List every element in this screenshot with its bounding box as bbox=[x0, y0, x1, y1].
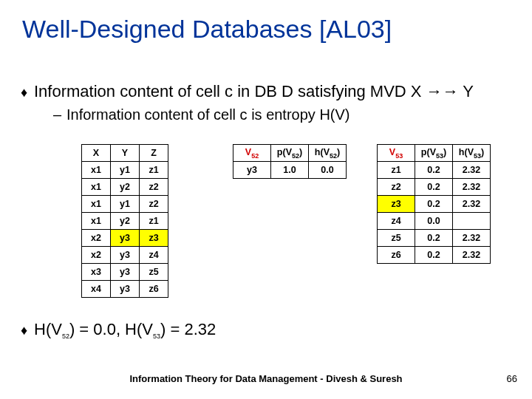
table-row: x1y1z1 bbox=[82, 162, 168, 179]
cell: 0.2 bbox=[415, 247, 453, 264]
cell: 2.32 bbox=[453, 162, 491, 179]
cell: x4 bbox=[82, 281, 111, 298]
cell: x1 bbox=[82, 179, 111, 196]
cell: z1 bbox=[140, 213, 168, 230]
summary-text: H(V52) = 0.0, H(V53) = 2.32 bbox=[34, 319, 532, 341]
slide-title: Well-Designed Databases [AL03] bbox=[22, 15, 392, 44]
cell bbox=[453, 213, 491, 230]
cell: z2 bbox=[140, 196, 168, 213]
table-row: z50.22.32 bbox=[378, 230, 491, 247]
table-row: x1y1z2 bbox=[82, 196, 168, 213]
cell: x1 bbox=[82, 196, 111, 213]
cell: z5 bbox=[140, 264, 168, 281]
cell: 0.2 bbox=[415, 162, 453, 179]
cell: y3 bbox=[111, 281, 140, 298]
table-row: z10.22.32 bbox=[378, 162, 491, 179]
cell: z3 bbox=[378, 196, 415, 213]
cell: z3 bbox=[140, 230, 168, 247]
table-row: z30.22.32 bbox=[378, 196, 491, 213]
sub-bullet-text: Information content of cell c is entropy… bbox=[66, 106, 350, 123]
table-header-row: V53p(V53)h(V53) bbox=[378, 145, 491, 162]
cell: 0.2 bbox=[415, 196, 453, 213]
slide: Well-Designed Databases [AL03] ♦ Informa… bbox=[0, 0, 532, 399]
cell: y2 bbox=[111, 213, 140, 230]
table-row: z40.0 bbox=[378, 213, 491, 230]
bullet-main: ♦ Information content of cell c in DB D … bbox=[0, 81, 532, 102]
page-number: 66 bbox=[507, 373, 517, 384]
table-header-row: XYZ bbox=[82, 145, 168, 162]
cell: 2.32 bbox=[453, 247, 491, 264]
sub-bullet: – Information content of cell c is entro… bbox=[0, 106, 532, 123]
bullet-main-text: Information content of cell c in DB D sa… bbox=[34, 81, 532, 102]
cell: 2.32 bbox=[453, 179, 491, 196]
col-header: p(V53) bbox=[415, 145, 453, 162]
table-row: x2y3z3 bbox=[82, 230, 168, 247]
cell: y3 bbox=[111, 247, 140, 264]
cell: y3 bbox=[111, 230, 140, 247]
cell: y2 bbox=[111, 179, 140, 196]
cell: 2.32 bbox=[453, 196, 491, 213]
cell: 0.2 bbox=[415, 179, 453, 196]
cell: x3 bbox=[82, 264, 111, 281]
table-row: x2y3z4 bbox=[82, 247, 168, 264]
col-header: Y bbox=[111, 145, 140, 162]
summary-bullet: ♦ H(V52) = 0.0, H(V53) = 2.32 bbox=[0, 319, 532, 341]
table-row: x1y2z1 bbox=[82, 213, 168, 230]
cell: 0.0 bbox=[309, 162, 347, 179]
table-row: z20.22.32 bbox=[378, 179, 491, 196]
cell: 2.32 bbox=[453, 230, 491, 247]
content-area: ♦ Information content of cell c in DB D … bbox=[0, 81, 532, 123]
table-row: x3y3z5 bbox=[82, 264, 168, 281]
cell: 1.0 bbox=[271, 162, 309, 179]
cell: z6 bbox=[378, 247, 415, 264]
table-header-row: V52p(V52)h(V52) bbox=[233, 145, 347, 162]
table-relation: XYZx1y1z1x1y2z2x1y1z2x1y2z1x2y3z3x2y3z4x… bbox=[81, 144, 168, 298]
col-header: Z bbox=[140, 145, 168, 162]
cell: x2 bbox=[82, 247, 111, 264]
cell: z2 bbox=[378, 179, 415, 196]
cell: z1 bbox=[140, 162, 168, 179]
cell: x1 bbox=[82, 162, 111, 179]
cell: x2 bbox=[82, 230, 111, 247]
col-header: h(V52) bbox=[309, 145, 347, 162]
table-row: y31.00.0 bbox=[233, 162, 347, 179]
cell: z4 bbox=[378, 213, 415, 230]
table-v53: V53p(V53)h(V53)z10.22.32z20.22.32z30.22.… bbox=[377, 144, 491, 264]
table-v52: V52p(V52)h(V52)y31.00.0 bbox=[233, 144, 347, 179]
cell: y1 bbox=[111, 162, 140, 179]
diamond-icon: ♦ bbox=[21, 84, 34, 101]
col-header: X bbox=[82, 145, 111, 162]
cell: z6 bbox=[140, 281, 168, 298]
cell: z1 bbox=[378, 162, 415, 179]
cell: z2 bbox=[140, 179, 168, 196]
col-header: V52 bbox=[233, 145, 271, 162]
cell: 0.0 bbox=[415, 213, 453, 230]
cell: x1 bbox=[82, 213, 111, 230]
cell: y3 bbox=[233, 162, 271, 179]
col-header: V53 bbox=[378, 145, 415, 162]
col-header: h(V53) bbox=[453, 145, 491, 162]
cell: 0.2 bbox=[415, 230, 453, 247]
cell: y3 bbox=[111, 264, 140, 281]
col-header: p(V52) bbox=[271, 145, 309, 162]
table-row: x1y2z2 bbox=[82, 179, 168, 196]
cell: z5 bbox=[378, 230, 415, 247]
footer-text: Information Theory for Data Management -… bbox=[0, 373, 532, 384]
dash-icon: – bbox=[53, 106, 66, 123]
diamond-icon: ♦ bbox=[21, 322, 34, 339]
table-row: x4y3z6 bbox=[82, 281, 168, 298]
cell: y1 bbox=[111, 196, 140, 213]
table-row: z60.22.32 bbox=[378, 247, 491, 264]
cell: z4 bbox=[140, 247, 168, 264]
